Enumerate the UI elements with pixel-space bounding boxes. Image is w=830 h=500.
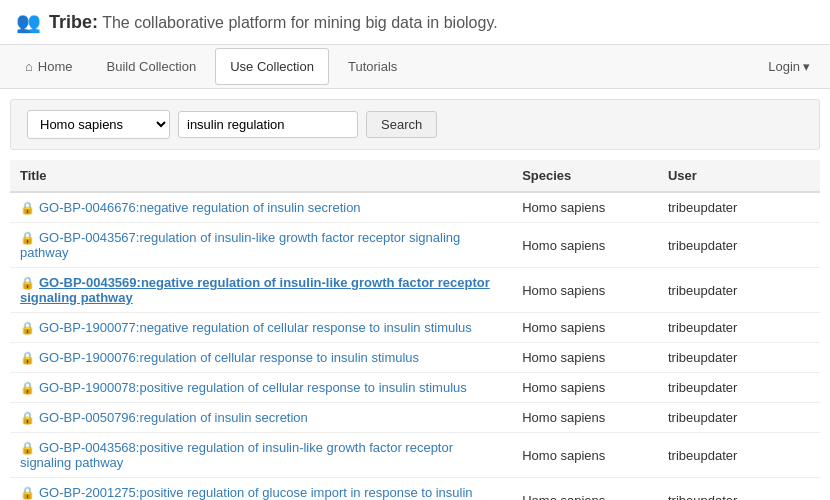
results-table: Title Species User 🔒GO-BP-0046676:negati…: [10, 160, 820, 500]
table-row: 🔒GO-BP-1900078:positive regulation of ce…: [10, 373, 820, 403]
table-row: 🔒GO-BP-0043569:negative regulation of in…: [10, 268, 820, 313]
cell-title: 🔒GO-BP-0050796:regulation of insulin sec…: [10, 403, 512, 433]
chevron-down-icon: ▾: [803, 59, 810, 74]
cell-user: tribeupdater: [658, 268, 820, 313]
search-input[interactable]: [178, 111, 358, 138]
nav-use-collection[interactable]: Use Collection: [215, 48, 329, 85]
collection-link[interactable]: GO-BP-1900076:regulation of cellular res…: [39, 350, 419, 365]
lock-icon: 🔒: [20, 486, 35, 500]
table-row: 🔒GO-BP-2001275:positive regulation of gl…: [10, 478, 820, 501]
cell-user: tribeupdater: [658, 343, 820, 373]
collection-link[interactable]: GO-BP-0046676:negative regulation of ins…: [39, 200, 361, 215]
cell-species: Homo sapiens: [512, 268, 658, 313]
header-title: Tribe: The collaborative platform for mi…: [49, 12, 498, 33]
nav-tutorials[interactable]: Tutorials: [333, 48, 412, 85]
lock-icon: 🔒: [20, 351, 35, 365]
collection-link[interactable]: GO-BP-2001275:positive regulation of glu…: [20, 485, 473, 500]
lock-icon: 🔒: [20, 321, 35, 335]
logo-icon: 👥: [16, 10, 41, 34]
collection-link[interactable]: GO-BP-0043567:regulation of insulin-like…: [20, 230, 460, 260]
cell-user: tribeupdater: [658, 478, 820, 501]
header: 👥 Tribe: The collaborative platform for …: [0, 0, 830, 44]
species-select[interactable]: Homo sapiens Mus musculus Rattus norvegi…: [27, 110, 170, 139]
collection-link[interactable]: GO-BP-1900077:negative regulation of cel…: [39, 320, 472, 335]
cell-title: 🔒GO-BP-1900078:positive regulation of ce…: [10, 373, 512, 403]
nav-login-label: Login: [768, 59, 800, 74]
results-table-container: Title Species User 🔒GO-BP-0046676:negati…: [10, 160, 820, 500]
nav-build-collection-label: Build Collection: [107, 59, 197, 74]
table-row: 🔒GO-BP-1900077:negative regulation of ce…: [10, 313, 820, 343]
nav-home[interactable]: ⌂ Home: [10, 48, 88, 85]
cell-species: Homo sapiens: [512, 373, 658, 403]
search-button[interactable]: Search: [366, 111, 437, 138]
collection-link[interactable]: GO-BP-0043569:negative regulation of ins…: [20, 275, 490, 305]
cell-title: 🔒GO-BP-1900076:regulation of cellular re…: [10, 343, 512, 373]
lock-icon: 🔒: [20, 276, 35, 290]
cell-species: Homo sapiens: [512, 433, 658, 478]
nav-login[interactable]: Login ▾: [756, 51, 822, 82]
logo: 👥 Tribe: The collaborative platform for …: [16, 10, 498, 34]
cell-user: tribeupdater: [658, 223, 820, 268]
home-icon: ⌂: [25, 59, 33, 74]
cell-title: 🔒GO-BP-0043569:negative regulation of in…: [10, 268, 512, 313]
cell-title: 🔒GO-BP-0043567:regulation of insulin-lik…: [10, 223, 512, 268]
cell-user: tribeupdater: [658, 313, 820, 343]
lock-icon: 🔒: [20, 231, 35, 245]
collection-link[interactable]: GO-BP-0043568:positive regulation of ins…: [20, 440, 453, 470]
app-tagline: The collaborative platform for mining bi…: [98, 14, 498, 31]
table-row: 🔒GO-BP-0046676:negative regulation of in…: [10, 192, 820, 223]
cell-species: Homo sapiens: [512, 313, 658, 343]
cell-title: 🔒GO-BP-0046676:negative regulation of in…: [10, 192, 512, 223]
lock-icon: 🔒: [20, 411, 35, 425]
cell-title: 🔒GO-BP-1900077:negative regulation of ce…: [10, 313, 512, 343]
collection-link[interactable]: GO-BP-1900078:positive regulation of cel…: [39, 380, 467, 395]
cell-user: tribeupdater: [658, 192, 820, 223]
cell-species: Homo sapiens: [512, 343, 658, 373]
table-row: 🔒GO-BP-0050796:regulation of insulin sec…: [10, 403, 820, 433]
cell-user: tribeupdater: [658, 373, 820, 403]
col-header-title: Title: [10, 160, 512, 192]
lock-icon: 🔒: [20, 381, 35, 395]
col-header-species: Species: [512, 160, 658, 192]
lock-icon: 🔒: [20, 441, 35, 455]
cell-user: tribeupdater: [658, 433, 820, 478]
navbar: ⌂ Home Build Collection Use Collection T…: [0, 44, 830, 89]
cell-species: Homo sapiens: [512, 403, 658, 433]
cell-user: tribeupdater: [658, 403, 820, 433]
cell-species: Homo sapiens: [512, 192, 658, 223]
table-row: 🔒GO-BP-0043568:positive regulation of in…: [10, 433, 820, 478]
nav-tutorials-label: Tutorials: [348, 59, 397, 74]
cell-title: 🔒GO-BP-2001275:positive regulation of gl…: [10, 478, 512, 501]
col-header-user: User: [658, 160, 820, 192]
cell-species: Homo sapiens: [512, 223, 658, 268]
table-row: 🔒GO-BP-0043567:regulation of insulin-lik…: [10, 223, 820, 268]
table-row: 🔒GO-BP-1900076:regulation of cellular re…: [10, 343, 820, 373]
nav-build-collection[interactable]: Build Collection: [92, 48, 212, 85]
cell-species: Homo sapiens: [512, 478, 658, 501]
nav-home-label: Home: [38, 59, 73, 74]
app-name: Tribe:: [49, 12, 98, 32]
search-bar: Homo sapiens Mus musculus Rattus norvegi…: [10, 99, 820, 150]
nav-use-collection-label: Use Collection: [230, 59, 314, 74]
cell-title: 🔒GO-BP-0043568:positive regulation of in…: [10, 433, 512, 478]
lock-icon: 🔒: [20, 201, 35, 215]
collection-link[interactable]: GO-BP-0050796:regulation of insulin secr…: [39, 410, 308, 425]
